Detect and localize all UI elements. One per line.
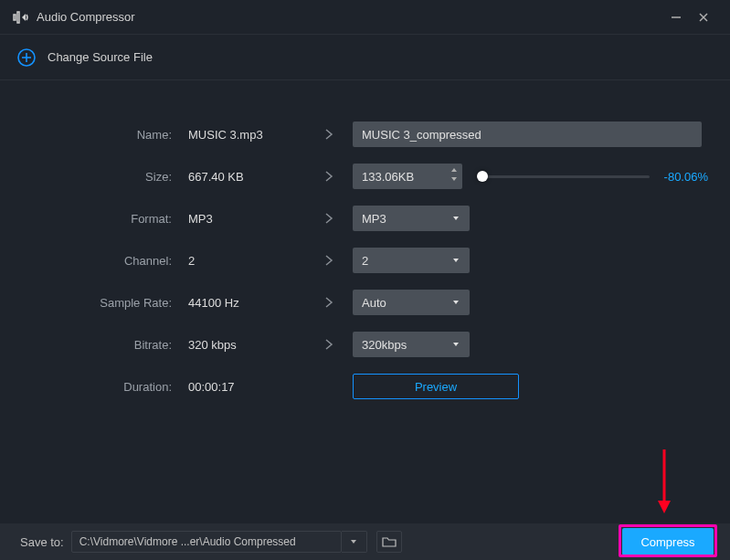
preview-button[interactable]: Preview (353, 374, 519, 399)
spinner-up-icon[interactable] (450, 165, 459, 174)
size-slider[interactable]: -80.06% (479, 170, 708, 184)
close-button[interactable] (690, 4, 717, 31)
svg-rect-0 (14, 15, 16, 20)
size-output-value: 133.06KB (353, 170, 414, 184)
samplerate-select-value: Auto (362, 296, 386, 310)
chevron-down-icon (451, 212, 460, 226)
chevron-down-icon (451, 296, 460, 310)
samplerate-select[interactable]: Auto (353, 290, 470, 315)
row-name: Name: MUSIC 3.mp3 (22, 113, 708, 155)
saveto-dropdown[interactable] (342, 531, 367, 553)
channel-select-value: 2 (362, 254, 368, 268)
titlebar: Audio Compressor (0, 0, 730, 35)
samplerate-label: Sample Rate: (22, 296, 177, 310)
duration-label: Duration: (22, 380, 177, 394)
size-label: Size: (22, 170, 177, 184)
window-title: Audio Compressor (37, 10, 662, 24)
change-source-row[interactable]: Change Source File (0, 35, 730, 80)
bitrate-value: 320 kbps (177, 338, 305, 352)
row-size: Size: 667.40 KB 133.06KB -80.06% (22, 155, 708, 197)
arrow-icon (305, 296, 353, 309)
bitrate-select[interactable]: 320kbps (353, 332, 470, 357)
size-output-spinner[interactable]: 133.06KB (353, 164, 462, 189)
arrow-icon (305, 338, 353, 351)
saveto-label: Save to: (20, 535, 64, 549)
slider-thumb[interactable] (477, 171, 488, 182)
name-label: Name: (22, 128, 177, 142)
bitrate-select-value: 320kbps (362, 338, 407, 352)
name-output-input[interactable] (353, 122, 702, 147)
annotation-arrow (655, 448, 673, 520)
channel-value: 2 (177, 254, 305, 268)
arrow-icon (305, 254, 353, 267)
format-label: Format: (22, 212, 177, 226)
name-value: MUSIC 3.mp3 (177, 128, 305, 142)
minimize-button[interactable] (662, 4, 690, 31)
row-bitrate: Bitrate: 320 kbps 320kbps (22, 323, 708, 365)
row-duration: Duration: 00:00:17 Preview (22, 365, 708, 407)
arrow-icon (305, 170, 353, 183)
bitrate-label: Bitrate: (22, 338, 177, 352)
chevron-down-icon (451, 338, 460, 352)
samplerate-value: 44100 Hz (177, 296, 305, 310)
row-format: Format: MP3 MP3 (22, 197, 708, 239)
arrow-icon (305, 212, 353, 225)
saveto-path[interactable]: C:\Vidmore\Vidmore ...er\Audio Compresse… (71, 531, 342, 553)
size-percent: -80.06% (659, 170, 708, 184)
footer: Save to: C:\Vidmore\Vidmore ...er\Audio … (0, 523, 730, 560)
compress-button[interactable]: Compress (622, 528, 714, 555)
channel-select[interactable]: 2 (353, 248, 470, 273)
form-area: Name: MUSIC 3.mp3 Size: 667.40 KB 133.06… (0, 80, 730, 407)
duration-value: 00:00:17 (177, 380, 305, 394)
size-value: 667.40 KB (177, 170, 305, 184)
svg-rect-1 (17, 12, 19, 23)
app-icon (13, 11, 29, 24)
format-select-value: MP3 (362, 212, 386, 226)
change-source-label: Change Source File (48, 50, 153, 64)
open-folder-button[interactable] (376, 531, 402, 553)
format-select[interactable]: MP3 (353, 206, 470, 231)
row-samplerate: Sample Rate: 44100 Hz Auto (22, 281, 708, 323)
format-value: MP3 (177, 212, 305, 226)
folder-icon (382, 536, 397, 547)
channel-label: Channel: (22, 254, 177, 268)
spinner-down-icon[interactable] (450, 174, 459, 184)
chevron-down-icon (451, 254, 460, 268)
add-icon (16, 48, 37, 68)
row-channel: Channel: 2 2 (22, 239, 708, 281)
arrow-icon (305, 128, 353, 141)
